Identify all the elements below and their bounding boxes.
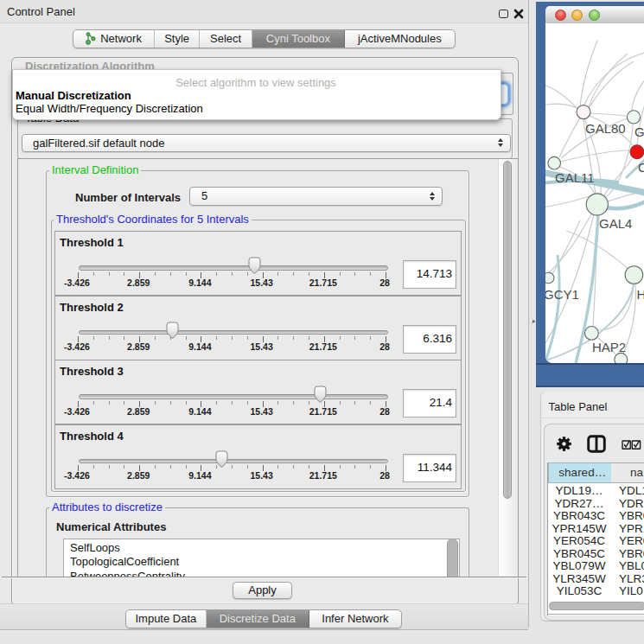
svg-text:HI: HI: [637, 287, 644, 302]
svg-text:GCY1: GCY1: [545, 287, 579, 302]
svg-text:GAL80: GAL80: [585, 121, 626, 136]
svg-text:GAL11: GAL11: [555, 170, 595, 185]
svg-text:HAP2: HAP2: [592, 340, 626, 354]
svg-text:C: C: [638, 160, 644, 175]
svg-text:GAL4: GAL4: [599, 216, 632, 231]
svg-text:GA: GA: [634, 124, 644, 139]
